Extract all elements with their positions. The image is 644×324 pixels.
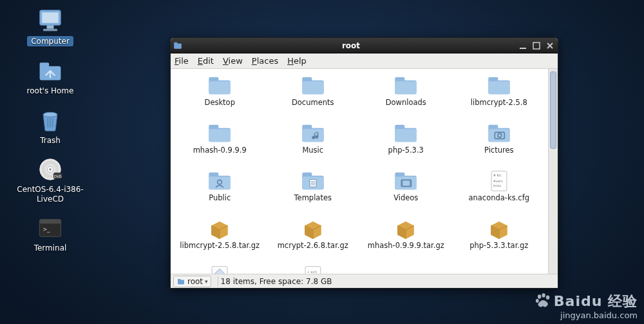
svg-text:#vers: #vers — [493, 179, 503, 183]
svg-rect-34 — [488, 81, 509, 94]
desktop-icon-computer[interactable]: Computer — [12, 8, 89, 46]
svg-rect-1 — [42, 12, 58, 23]
menu-view[interactable]: View — [223, 56, 243, 66]
script-icon — [207, 265, 232, 274]
menu-places[interactable]: Places — [252, 56, 278, 66]
file-item[interactable]: mhash-0.9.9.9.tar.gz — [359, 216, 453, 260]
file-item[interactable]: mcrypt-2.6.8.tar.gz — [267, 216, 360, 260]
svg-point-79 — [536, 299, 539, 303]
svg-rect-8 — [50, 118, 51, 128]
file-item[interactable]: libmcrypt-2.5.8.tar.gz — [173, 216, 267, 260]
folder-icon — [207, 122, 232, 145]
location-button[interactable]: root ▾ — [173, 276, 211, 287]
desktop-icon-label: Trash — [40, 136, 61, 145]
svg-rect-5 — [40, 63, 50, 69]
folder-icon — [207, 74, 232, 97]
statusbar: root ▾ 18 items, Free space: 7.8 GB — [171, 274, 558, 288]
file-item[interactable]: mhash-0.9.9.9 — [173, 120, 267, 164]
file-item[interactable]: Music — [267, 120, 360, 164]
svg-point-6 — [43, 112, 57, 117]
file-label: mcrypt-2.6.8.tar.gz — [278, 242, 348, 250]
svg-rect-51 — [209, 176, 231, 189]
file-label: Videos — [393, 194, 418, 202]
file-label: Music — [302, 146, 323, 155]
svg-text:>_: >_ — [43, 226, 50, 233]
svg-rect-74 — [178, 280, 184, 284]
desktop-icon-roots-home[interactable]: root's Home — [12, 58, 89, 95]
svg-text:insta: insta — [493, 184, 500, 187]
file-item[interactable]: Public — [173, 168, 267, 212]
desktop-icon-centos-livecd[interactable]: DVDCentOS-6.4-i386-LiveCD — [12, 157, 89, 204]
vertical-scrollbar[interactable] — [548, 69, 558, 274]
svg-rect-17 — [39, 220, 61, 224]
file-item[interactable]: Templates — [267, 168, 360, 212]
file-label: php-5.3.3 — [388, 146, 424, 155]
svg-rect-25 — [209, 81, 231, 94]
maximize-button[interactable] — [531, 41, 542, 51]
folder-pics-icon — [486, 122, 512, 145]
file-label: mhash-0.9.9.9 — [193, 146, 247, 155]
desktop-icon-label: Terminal — [34, 243, 67, 253]
file-item[interactable]: Downloads — [359, 73, 453, 117]
file-label: Templates — [294, 194, 332, 202]
disc-icon: DVD — [36, 157, 64, 182]
textfile-icon: # Kic#versinsta — [486, 169, 512, 193]
file-item[interactable]: post-install — [173, 263, 267, 274]
menubar: FileEditViewPlacesHelp — [171, 53, 558, 69]
minimize-button[interactable] — [517, 41, 529, 51]
svg-text:DVD: DVD — [54, 175, 62, 178]
status-text: 18 items, Free space: 7.8 GB — [221, 277, 332, 286]
file-label: mhash-0.9.9.9.tar.gz — [368, 242, 444, 250]
svg-point-78 — [546, 295, 549, 300]
folder-public-icon — [207, 169, 232, 193]
location-label: root — [187, 277, 203, 286]
watermark: Baidu 经验 jingyan.baidu.com — [535, 292, 638, 320]
terminal-icon: >_ — [36, 215, 64, 241]
close-button[interactable] — [544, 41, 556, 51]
desktop-icon-trash[interactable]: Trash — [12, 108, 89, 145]
folder-tmpl-icon — [300, 169, 326, 193]
svg-rect-28 — [302, 81, 323, 94]
svg-rect-62 — [395, 176, 417, 189]
svg-rect-21 — [520, 48, 526, 49]
file-item[interactable]: Desktop — [173, 73, 267, 117]
svg-text:+ ech: + ech — [307, 270, 316, 274]
window-title: root — [185, 41, 517, 50]
folder-music-icon — [300, 122, 326, 145]
home-icon — [36, 58, 64, 84]
file-grid[interactable]: DesktopDocumentsDownloadslibmcrypt-2.5.8… — [171, 69, 548, 274]
file-item[interactable]: # Kic#versinstaanaconda-ks.cfg — [453, 168, 546, 212]
svg-text:# Kic: # Kic — [493, 173, 502, 177]
file-item[interactable]: Videos — [359, 168, 453, 212]
file-item[interactable]: php-5.3.3 — [359, 120, 453, 164]
svg-rect-46 — [488, 129, 509, 142]
desktop-icon-area: Computerroot's HomeTrashDVDCentOS-6.4-i3… — [12, 8, 89, 264]
file-label: Downloads — [386, 99, 426, 107]
svg-rect-3 — [43, 29, 57, 32]
titlebar[interactable]: root — [171, 38, 558, 53]
file-label: Documents — [292, 99, 334, 107]
folder-icon — [393, 74, 419, 97]
file-item[interactable]: libmcrypt-2.5.8 — [453, 73, 546, 117]
file-manager-window: root FileEditViewPlacesHelp DesktopDocum… — [170, 37, 558, 289]
package-icon — [486, 217, 512, 240]
menu-file[interactable]: File — [175, 56, 189, 66]
svg-rect-64 — [402, 180, 404, 186]
svg-point-77 — [542, 293, 545, 298]
file-item[interactable]: php-5.3.3.tar.gz — [453, 216, 546, 260]
scrollbar-thumb[interactable] — [550, 71, 556, 149]
file-label: anaconda-ks.cfg — [468, 194, 529, 202]
svg-rect-40 — [302, 129, 323, 142]
file-label: Desktop — [205, 99, 235, 107]
menu-edit[interactable]: Edit — [198, 56, 214, 66]
svg-rect-2 — [47, 25, 54, 28]
file-item[interactable]: Pictures — [453, 120, 546, 164]
menu-help[interactable]: Help — [287, 56, 307, 66]
file-item[interactable]: + ech+ echpost-install.log — [267, 263, 360, 274]
desktop-icon-label: CentOS-6.4-i386-LiveCD — [12, 185, 89, 204]
svg-point-13 — [49, 168, 52, 171]
paw-icon — [535, 292, 551, 312]
file-item[interactable]: Documents — [267, 73, 360, 117]
desktop-icon-terminal[interactable]: >_Terminal — [12, 215, 89, 253]
desktop-icon-label: Computer — [27, 36, 73, 46]
